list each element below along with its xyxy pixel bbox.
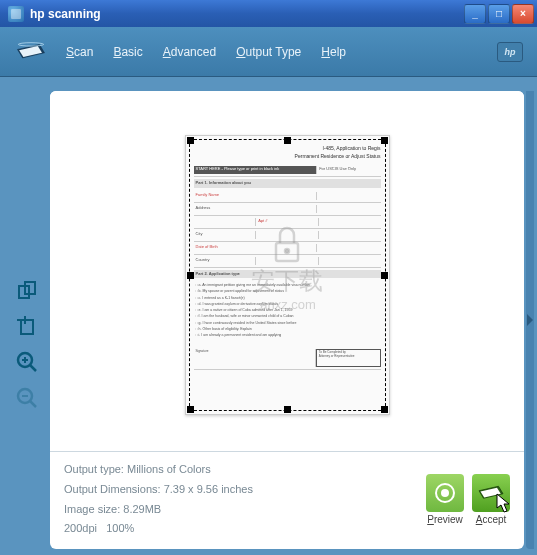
menu-help[interactable]: Help [321,45,346,59]
preview-area: I-485, Application to RegisPermanent Res… [50,91,524,451]
info-image-size: Image size: 8.29MB [64,500,426,519]
info-dpi-zoom: 200dpi 100% [64,519,426,538]
titlebar: hp scanning _ □ × [0,0,537,27]
right-expand-strip[interactable] [526,91,534,549]
crop-handle-bl[interactable] [187,406,194,413]
menu-output-type[interactable]: Output Type [236,45,301,59]
minimize-button[interactable]: _ [464,4,486,24]
accept-button[interactable]: Accept [472,474,510,525]
main-panel: I-485, Application to RegisPermanent Res… [50,91,524,549]
menu-basic[interactable]: Basic [113,45,142,59]
preview-label: Preview [427,514,463,525]
hp-logo-icon: hp [497,42,523,62]
document-content: I-485, Application to RegisPermanent Res… [194,144,381,406]
app-icon [8,6,24,22]
crop-tool-icon[interactable] [13,312,41,340]
svg-rect-3 [21,320,33,334]
crop-handle-br[interactable] [381,406,388,413]
info-output-type: Output type: Millions of Colors [64,460,426,479]
info-panel: Output type: Millions of Colors Output D… [50,451,524,549]
menu-scan[interactable]: Scan [66,45,93,59]
crop-handle-tl[interactable] [187,137,194,144]
svg-point-0 [18,42,43,45]
expand-arrow-icon [527,314,533,326]
maximize-button[interactable]: □ [488,4,510,24]
preview-button[interactable]: Preview [426,474,464,525]
info-dimensions: Output Dimensions: 7.39 x 9.56 inches [64,480,426,499]
crop-handle-mr[interactable] [381,272,388,279]
rotate-tool-icon[interactable] [13,276,41,304]
scan-info: Output type: Millions of Colors Output D… [64,460,426,539]
window-title: hp scanning [30,7,462,21]
action-buttons: Preview Accept [426,474,510,525]
zoom-out-icon [13,384,41,412]
crop-handle-tr[interactable] [381,137,388,144]
scanned-document[interactable]: I-485, Application to RegisPermanent Res… [185,135,390,415]
close-button[interactable]: × [512,4,534,24]
zoom-in-icon[interactable] [13,348,41,376]
crop-handle-ml[interactable] [187,272,194,279]
crop-handle-tm[interactable] [284,137,291,144]
accept-icon [472,474,510,512]
preview-icon [426,474,464,512]
workspace: I-485, Application to RegisPermanent Res… [0,77,537,555]
crop-handle-bm[interactable] [284,406,291,413]
svg-point-9 [441,489,449,497]
scanner-logo-icon [14,41,48,63]
accept-label: Accept [476,514,507,525]
tool-palette [6,91,48,549]
menu-bar: Scan Basic Advanced Output Type Help hp [0,27,537,77]
menu-advanced[interactable]: Advanced [163,45,216,59]
